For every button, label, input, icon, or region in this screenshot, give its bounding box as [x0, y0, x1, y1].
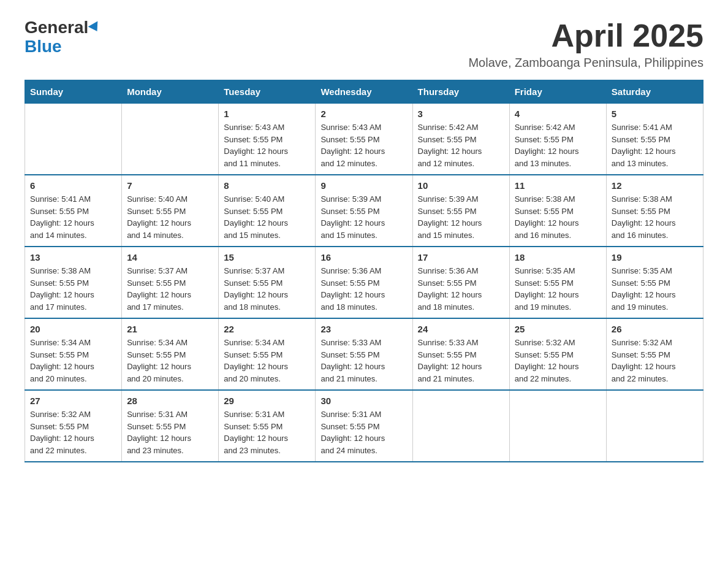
- day-number: 6: [30, 180, 116, 191]
- calendar-cell: 24Sunrise: 5:33 AMSunset: 5:55 PMDayligh…: [412, 318, 509, 390]
- day-number: 10: [418, 180, 504, 191]
- day-number: 22: [224, 324, 310, 334]
- day-info: Sunrise: 5:42 AMSunset: 5:55 PMDaylight:…: [418, 121, 504, 169]
- day-number: 5: [612, 109, 698, 119]
- header-thursday: Thursday: [412, 80, 509, 104]
- header-monday: Monday: [122, 80, 219, 104]
- calendar-cell: 7Sunrise: 5:40 AMSunset: 5:55 PMDaylight…: [122, 175, 219, 247]
- day-info: Sunrise: 5:42 AMSunset: 5:55 PMDaylight:…: [515, 121, 601, 169]
- day-number: 11: [515, 180, 601, 191]
- day-number: 29: [224, 396, 310, 406]
- calendar-cell: 14Sunrise: 5:37 AMSunset: 5:55 PMDayligh…: [122, 247, 219, 318]
- day-number: 1: [224, 109, 310, 119]
- day-info: Sunrise: 5:38 AMSunset: 5:55 PMDaylight:…: [30, 265, 116, 313]
- calendar-cell: 2Sunrise: 5:43 AMSunset: 5:55 PMDaylight…: [316, 104, 412, 175]
- day-info: Sunrise: 5:34 AMSunset: 5:55 PMDaylight:…: [30, 337, 116, 385]
- day-info: Sunrise: 5:43 AMSunset: 5:55 PMDaylight:…: [320, 121, 407, 169]
- day-number: 25: [515, 324, 601, 334]
- day-info: Sunrise: 5:32 AMSunset: 5:55 PMDaylight:…: [612, 337, 698, 385]
- day-info: Sunrise: 5:37 AMSunset: 5:55 PMDaylight:…: [127, 265, 213, 313]
- day-number: 15: [224, 252, 310, 262]
- calendar-cell: 21Sunrise: 5:34 AMSunset: 5:55 PMDayligh…: [122, 318, 219, 390]
- day-info: Sunrise: 5:37 AMSunset: 5:55 PMDaylight:…: [224, 265, 310, 313]
- day-number: 19: [612, 252, 698, 262]
- title-block: April 2025 Molave, Zamboanga Peninsula, …: [468, 18, 703, 70]
- day-number: 17: [418, 252, 504, 262]
- calendar-cell: 19Sunrise: 5:35 AMSunset: 5:55 PMDayligh…: [606, 247, 703, 318]
- calendar-cell: 1Sunrise: 5:43 AMSunset: 5:55 PMDaylight…: [219, 104, 316, 175]
- calendar-cell: 30Sunrise: 5:31 AMSunset: 5:55 PMDayligh…: [316, 390, 412, 462]
- day-number: 7: [127, 180, 213, 191]
- day-number: 20: [30, 324, 116, 334]
- calendar-cell: 20Sunrise: 5:34 AMSunset: 5:55 PMDayligh…: [25, 318, 122, 390]
- calendar-cell: 12Sunrise: 5:38 AMSunset: 5:55 PMDayligh…: [606, 175, 703, 247]
- day-number: 30: [320, 396, 407, 406]
- calendar-week-4: 20Sunrise: 5:34 AMSunset: 5:55 PMDayligh…: [25, 318, 703, 390]
- day-info: Sunrise: 5:40 AMSunset: 5:55 PMDaylight:…: [127, 193, 213, 241]
- calendar-cell: [25, 104, 122, 175]
- calendar-cell: 16Sunrise: 5:36 AMSunset: 5:55 PMDayligh…: [316, 247, 412, 318]
- calendar-cell: 17Sunrise: 5:36 AMSunset: 5:55 PMDayligh…: [412, 247, 509, 318]
- day-info: Sunrise: 5:36 AMSunset: 5:55 PMDaylight:…: [320, 265, 407, 313]
- day-info: Sunrise: 5:31 AMSunset: 5:55 PMDaylight:…: [320, 408, 407, 456]
- day-number: 23: [320, 324, 407, 334]
- day-info: Sunrise: 5:32 AMSunset: 5:55 PMDaylight:…: [30, 408, 116, 456]
- day-number: 14: [127, 252, 213, 262]
- calendar-week-2: 6Sunrise: 5:41 AMSunset: 5:55 PMDaylight…: [25, 175, 703, 247]
- day-info: Sunrise: 5:35 AMSunset: 5:55 PMDaylight:…: [515, 265, 601, 313]
- logo-general-text: General: [25, 18, 88, 37]
- calendar-cell: [606, 390, 703, 462]
- day-number: 2: [320, 109, 407, 119]
- day-info: Sunrise: 5:31 AMSunset: 5:55 PMDaylight:…: [224, 408, 310, 456]
- day-number: 24: [418, 324, 504, 334]
- logo-blue-text: Blue: [25, 37, 62, 56]
- day-info: Sunrise: 5:41 AMSunset: 5:55 PMDaylight:…: [612, 121, 698, 169]
- day-number: 4: [515, 109, 601, 119]
- day-info: Sunrise: 5:38 AMSunset: 5:55 PMDaylight:…: [515, 193, 601, 241]
- calendar-cell: 10Sunrise: 5:39 AMSunset: 5:55 PMDayligh…: [412, 175, 509, 247]
- day-number: 12: [612, 180, 698, 191]
- calendar-week-5: 27Sunrise: 5:32 AMSunset: 5:55 PMDayligh…: [25, 390, 703, 462]
- calendar-subtitle: Molave, Zamboanga Peninsula, Philippines: [468, 56, 703, 70]
- calendar-cell: 6Sunrise: 5:41 AMSunset: 5:55 PMDaylight…: [25, 175, 122, 247]
- calendar-cell: 25Sunrise: 5:32 AMSunset: 5:55 PMDayligh…: [509, 318, 606, 390]
- calendar-cell: 15Sunrise: 5:37 AMSunset: 5:55 PMDayligh…: [219, 247, 316, 318]
- calendar-cell: 28Sunrise: 5:31 AMSunset: 5:55 PMDayligh…: [122, 390, 219, 462]
- calendar-cell: 29Sunrise: 5:31 AMSunset: 5:55 PMDayligh…: [219, 390, 316, 462]
- calendar-cell: 13Sunrise: 5:38 AMSunset: 5:55 PMDayligh…: [25, 247, 122, 318]
- day-info: Sunrise: 5:43 AMSunset: 5:55 PMDaylight:…: [224, 121, 310, 169]
- day-info: Sunrise: 5:38 AMSunset: 5:55 PMDaylight:…: [612, 193, 698, 241]
- day-number: 18: [515, 252, 601, 262]
- day-number: 26: [612, 324, 698, 334]
- header-tuesday: Tuesday: [219, 80, 316, 104]
- calendar-cell: [412, 390, 509, 462]
- day-info: Sunrise: 5:34 AMSunset: 5:55 PMDaylight:…: [127, 337, 213, 385]
- day-number: 3: [418, 109, 504, 119]
- day-info: Sunrise: 5:33 AMSunset: 5:55 PMDaylight:…: [320, 337, 407, 385]
- day-info: Sunrise: 5:33 AMSunset: 5:55 PMDaylight:…: [418, 337, 504, 385]
- calendar-week-3: 13Sunrise: 5:38 AMSunset: 5:55 PMDayligh…: [25, 247, 703, 318]
- day-number: 16: [320, 252, 407, 262]
- calendar-table: SundayMondayTuesdayWednesdayThursdayFrid…: [25, 80, 703, 462]
- day-info: Sunrise: 5:36 AMSunset: 5:55 PMDaylight:…: [418, 265, 504, 313]
- day-number: 28: [127, 396, 213, 406]
- day-info: Sunrise: 5:39 AMSunset: 5:55 PMDaylight:…: [320, 193, 407, 241]
- day-info: Sunrise: 5:31 AMSunset: 5:55 PMDaylight:…: [127, 408, 213, 456]
- day-number: 13: [30, 252, 116, 262]
- calendar-week-1: 1Sunrise: 5:43 AMSunset: 5:55 PMDaylight…: [25, 104, 703, 175]
- calendar-cell: 8Sunrise: 5:40 AMSunset: 5:55 PMDaylight…: [219, 175, 316, 247]
- header-wednesday: Wednesday: [316, 80, 412, 104]
- calendar-cell: 23Sunrise: 5:33 AMSunset: 5:55 PMDayligh…: [316, 318, 412, 390]
- calendar-cell: 3Sunrise: 5:42 AMSunset: 5:55 PMDaylight…: [412, 104, 509, 175]
- calendar-cell: 27Sunrise: 5:32 AMSunset: 5:55 PMDayligh…: [25, 390, 122, 462]
- page-header: General Blue April 2025 Molave, Zamboang…: [25, 18, 703, 70]
- header-saturday: Saturday: [606, 80, 703, 104]
- calendar-header-row: SundayMondayTuesdayWednesdayThursdayFrid…: [25, 80, 703, 104]
- calendar-cell: 4Sunrise: 5:42 AMSunset: 5:55 PMDaylight…: [509, 104, 606, 175]
- calendar-cell: 9Sunrise: 5:39 AMSunset: 5:55 PMDaylight…: [316, 175, 412, 247]
- day-info: Sunrise: 5:41 AMSunset: 5:55 PMDaylight:…: [30, 193, 116, 241]
- day-info: Sunrise: 5:32 AMSunset: 5:55 PMDaylight:…: [515, 337, 601, 385]
- day-info: Sunrise: 5:40 AMSunset: 5:55 PMDaylight:…: [224, 193, 310, 241]
- day-number: 21: [127, 324, 213, 334]
- calendar-cell: 18Sunrise: 5:35 AMSunset: 5:55 PMDayligh…: [509, 247, 606, 318]
